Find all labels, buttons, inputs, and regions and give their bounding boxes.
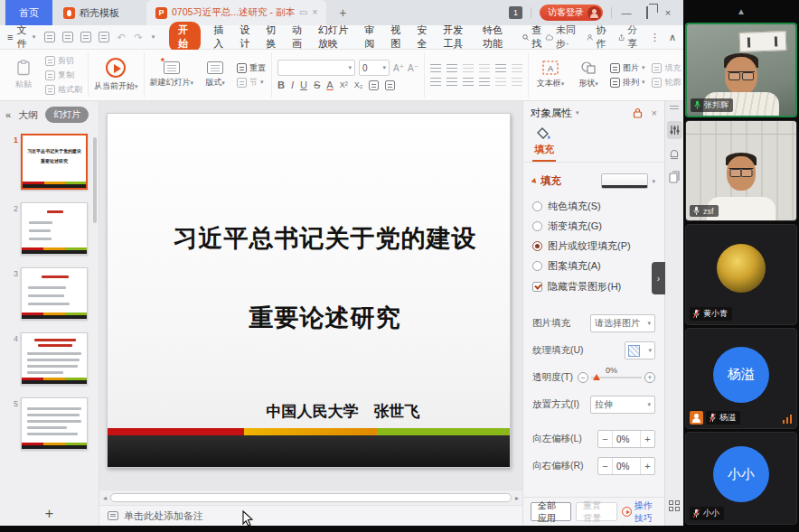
- thumbnail-canvas[interactable]: 习近平总书记关于党的建设重要论述研究: [21, 134, 88, 190]
- columns-icon[interactable]: [512, 78, 522, 87]
- font-color-button[interactable]: A: [326, 79, 333, 90]
- reset-button[interactable]: 重置: [237, 62, 266, 74]
- tab-transition[interactable]: 切换: [266, 23, 279, 51]
- share-button[interactable]: 分享: [618, 23, 641, 51]
- participant-tile-1[interactable]: 张邦辉: [685, 23, 797, 117]
- underline-button[interactable]: U: [300, 79, 307, 90]
- offset-right-stepper[interactable]: − 0% +: [597, 457, 655, 475]
- decrease-indent-icon[interactable]: [463, 64, 474, 73]
- thumbnail-canvas[interactable]: [21, 332, 88, 385]
- radio-pattern-fill[interactable]: 图案填充(A): [532, 256, 655, 275]
- collapse-properties-handle[interactable]: ›: [652, 262, 665, 294]
- slide-thumbnail-3[interactable]: 3: [7, 267, 99, 320]
- increase-indent-icon[interactable]: [479, 64, 490, 73]
- output-icon[interactable]: [62, 32, 73, 42]
- fill-section-header[interactable]: 填充 ▾: [532, 173, 655, 189]
- collaborate-button[interactable]: 协作: [587, 23, 609, 51]
- shapes-button[interactable]: 形状▾: [572, 61, 605, 89]
- section-button[interactable]: 节▾: [237, 77, 266, 89]
- tab-slides[interactable]: 幻灯片: [45, 107, 89, 123]
- tab-design[interactable]: 设计: [240, 23, 253, 51]
- print-preview-icon[interactable]: [99, 32, 109, 42]
- strikethrough-button[interactable]: S: [314, 79, 320, 90]
- home-tab[interactable]: 首页: [5, 0, 52, 25]
- radio-gradient-fill[interactable]: 渐变填充(G): [532, 216, 655, 236]
- radio-solid-fill[interactable]: 纯色填充(S): [532, 196, 655, 216]
- collapse-panel-icon[interactable]: «: [5, 109, 11, 120]
- cut-button[interactable]: 剪切: [45, 55, 82, 67]
- play-from-current-button[interactable]: 从当前开始▾: [94, 58, 138, 92]
- slider-handle[interactable]: [593, 374, 600, 380]
- scroll-right-icon[interactable]: ▸: [515, 494, 519, 502]
- fill-button[interactable]: 填充▾: [652, 62, 683, 74]
- thumbnail-canvas[interactable]: [21, 267, 88, 320]
- slide-title-line2[interactable]: 重要论述研究: [124, 302, 511, 334]
- fill-tab[interactable]: 填充: [532, 126, 556, 162]
- tab-find[interactable]: 查找: [522, 23, 545, 51]
- customize-toolbar-icon[interactable]: ▾: [152, 33, 155, 41]
- add-slide-button[interactable]: +: [0, 502, 99, 526]
- tab-features[interactable]: 特色功能: [483, 23, 510, 51]
- font-size-select[interactable]: 0▾: [359, 60, 390, 76]
- slide-author[interactable]: 中国人民大学 张世飞: [142, 401, 511, 422]
- copy-button[interactable]: 复制: [45, 70, 82, 81]
- radio-picture-fill[interactable]: 图片或纹理填充(P): [532, 236, 655, 256]
- new-slide-button[interactable]: 新建幻灯片▾: [150, 61, 194, 89]
- distribute-icon[interactable]: [495, 78, 506, 87]
- slide-thumbnail-4[interactable]: 4: [7, 332, 99, 385]
- plus-button[interactable]: +: [641, 431, 654, 447]
- tab-home[interactable]: 开始: [169, 22, 201, 52]
- align-left-icon[interactable]: [430, 78, 441, 87]
- restore-button[interactable]: [641, 7, 653, 18]
- chevron-down-icon[interactable]: ▾: [652, 178, 655, 185]
- tab-outline[interactable]: 大纲: [18, 108, 38, 122]
- hide-background-checkbox[interactable]: 隐藏背景图形(H): [532, 275, 655, 297]
- chevron-down-icon[interactable]: ▾: [576, 109, 579, 117]
- align-right-icon[interactable]: [463, 78, 474, 87]
- decrease-font-button[interactable]: A⁻: [408, 63, 418, 73]
- notes-bar[interactable]: 单击此处添加备注: [99, 505, 522, 526]
- template-tab[interactable]: 稻壳模板: [52, 0, 130, 25]
- slide-thumbnail-1[interactable]: 1 习近平总书记关于党的建设重要论述研究: [7, 134, 99, 190]
- justify-icon[interactable]: [479, 78, 490, 87]
- thumbnail-canvas[interactable]: [21, 202, 88, 255]
- minus-button[interactable]: −: [598, 458, 612, 474]
- textbox-button[interactable]: A 文本框▾: [534, 61, 567, 89]
- numbering-icon[interactable]: [446, 64, 457, 73]
- subscript-button[interactable]: X₂: [354, 80, 363, 89]
- bold-button[interactable]: B: [277, 79, 285, 90]
- guest-login-button[interactable]: 访客登录: [540, 5, 603, 21]
- close-panel-icon[interactable]: ×: [652, 107, 657, 118]
- effects-icon[interactable]: [669, 149, 680, 161]
- tab-view[interactable]: 视图: [390, 23, 404, 51]
- participant-tile-5[interactable]: 小小 小小: [685, 432, 797, 525]
- tab-review[interactable]: 审阅: [364, 23, 378, 51]
- save-icon[interactable]: [44, 32, 55, 42]
- layout-button[interactable]: 版式▾: [199, 61, 231, 89]
- picture-button[interactable]: 图片▾: [610, 62, 645, 74]
- app-grid-icon[interactable]: [669, 500, 680, 511]
- text-direction-icon[interactable]: [512, 64, 522, 73]
- current-slide[interactable]: 习近平总书记关于党的建设 重要论述研究 中国人民大学 张世飞: [107, 113, 511, 468]
- pages-icon[interactable]: [669, 171, 681, 183]
- text-effects-icon[interactable]: [385, 80, 395, 90]
- tab-close-icon[interactable]: ×: [312, 8, 317, 17]
- transparency-slider[interactable]: − 0% +: [578, 372, 655, 383]
- picture-fill-select[interactable]: 请选择图片▾: [590, 314, 655, 332]
- participant-tile-4[interactable]: 杨溢 杨溢: [685, 328, 797, 429]
- sync-status[interactable]: 未同步·: [545, 23, 578, 51]
- slide-thumbnail-5[interactable]: 5: [7, 397, 99, 450]
- close-button[interactable]: ×: [662, 7, 674, 18]
- outline-button[interactable]: 轮廓▾: [652, 77, 683, 89]
- highlight-icon[interactable]: [369, 80, 379, 90]
- participant-tile-2[interactable]: zsf: [685, 120, 797, 221]
- slide-canvas[interactable]: 习近平总书记关于党的建设 重要论述研究 中国人民大学 张世飞: [99, 101, 522, 490]
- bullets-icon[interactable]: [430, 64, 441, 73]
- italic-button[interactable]: I: [291, 79, 294, 90]
- slide-title-line1[interactable]: 习近平总书记关于党的建设: [124, 222, 511, 255]
- tab-insert[interactable]: 插入: [213, 23, 227, 51]
- decrease-icon[interactable]: −: [578, 372, 588, 383]
- format-painter-button[interactable]: 格式刷: [45, 84, 82, 96]
- line-spacing-icon[interactable]: [495, 64, 506, 73]
- tab-devtools[interactable]: 开发工具: [443, 23, 470, 51]
